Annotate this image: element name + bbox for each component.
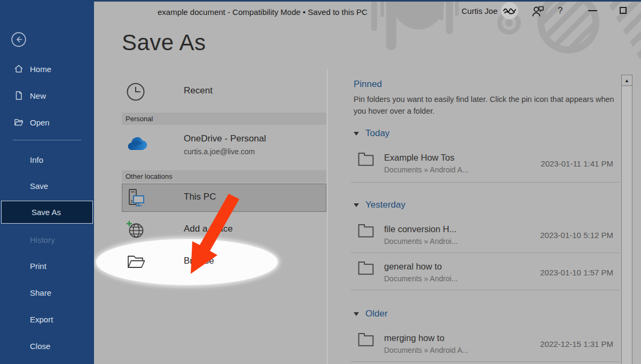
sidebar-item-home[interactable]: Home (0, 60, 94, 78)
sidebar-item-export[interactable]: Export (0, 310, 124, 328)
file-date: 2022-12-15 1:31 PM (489, 339, 613, 349)
sidebar-divider (13, 140, 81, 140)
minimize-icon[interactable] (588, 10, 597, 11)
browse-folder-icon (126, 253, 146, 270)
file-name: file conversion H... (384, 224, 457, 234)
group-label: Yesterday (365, 200, 405, 210)
place-onedrive[interactable]: OneDrive - Personal curtis.a.joe@live.co… (122, 127, 326, 167)
onedrive-cloud-icon (125, 136, 148, 153)
file-date: 2023-01-11 1:41 PM (489, 159, 613, 168)
row-divider (350, 182, 620, 183)
sidebar-item-label: Export (30, 315, 53, 324)
file-path: Documents » Android A... (384, 165, 468, 174)
column-divider (327, 69, 327, 364)
group-label: Today (365, 128, 389, 139)
place-browse[interactable]: Browse (122, 248, 326, 276)
add-place-globe-icon (125, 220, 146, 240)
place-this-pc[interactable]: This PC (122, 184, 326, 212)
sidebar-item-save-as[interactable]: Save As (1, 201, 93, 224)
sidebar-item-label: History (30, 235, 55, 244)
feedback-person-icon[interactable] (531, 4, 545, 18)
sidebar-item-print[interactable]: Print (0, 257, 124, 275)
back-button[interactable] (11, 32, 26, 47)
scroll-up-button[interactable]: ▲ (621, 75, 632, 86)
sidebar-item-label: Open (30, 118, 50, 127)
collapse-triangle-icon (354, 312, 359, 316)
scroll-up-arrow-icon: ▲ (624, 78, 629, 83)
section-header-other-locations: Other locations (122, 170, 326, 183)
row-divider (350, 252, 620, 253)
place-recent[interactable]: Recent (122, 79, 326, 105)
place-this-pc-label: This PC (184, 192, 216, 202)
help-button[interactable]: ? (558, 5, 562, 16)
account-user-name: Curtis Joe (462, 6, 498, 15)
open-folder-icon (14, 117, 24, 127)
window-top-accent (94, 0, 641, 2)
place-onedrive-email: curtis.a.joe@live.com (184, 147, 255, 156)
sidebar-item-label: New (30, 91, 46, 100)
decor-donut-dot (505, 19, 513, 27)
row-divider (350, 361, 620, 362)
folder-icon (357, 223, 375, 238)
decor-blob (393, 0, 444, 29)
group-header-yesterday[interactable]: Yesterday (354, 200, 405, 210)
scrollbar-track[interactable] (621, 75, 632, 364)
file-date: 2023-01-10 1:57 PM (489, 268, 613, 277)
place-add-a-place-label: Add a Place (184, 224, 233, 234)
decor-striped-circle (537, 0, 599, 53)
document-title: example document - Compatibility Mode • … (158, 7, 368, 17)
main-area: example document - Compatibility Mode • … (94, 0, 641, 364)
backstage-sidebar: Home New Open Info Save Save As History (0, 0, 94, 364)
avatar[interactable] (501, 2, 518, 19)
sidebar-item-share[interactable]: Share (0, 283, 124, 302)
file-name: Example How Tos (384, 153, 455, 163)
recent-clock-icon (126, 82, 145, 101)
word-backstage-save-as: example document - Compatibility Mode • … (0, 0, 641, 364)
sidebar-item-new[interactable]: New (0, 86, 94, 105)
sidebar-item-label: Info (30, 155, 43, 164)
sidebar-item-label: Save (30, 181, 48, 191)
folder-icon (357, 260, 375, 275)
sidebar-item-label: Share (30, 288, 51, 297)
home-icon (14, 64, 24, 74)
sidebar-item-label: Save As (32, 208, 61, 217)
new-document-icon (14, 91, 24, 100)
decor-corner-stripes (596, 0, 641, 69)
page-title: Save As (122, 30, 206, 56)
sidebar-item-save[interactable]: Save (0, 177, 124, 195)
sidebar-item-label: Print (30, 262, 46, 271)
decor-bar (380, 0, 384, 17)
sidebar-item-label: Home (30, 65, 51, 74)
file-path: Documents » Android A... (384, 346, 468, 354)
group-label: Older (365, 308, 388, 319)
collapse-triangle-icon (354, 203, 359, 207)
section-header-personal: Personal (122, 113, 326, 125)
group-header-older[interactable]: Older (354, 308, 388, 319)
row-divider (350, 290, 620, 290)
place-add-a-place[interactable]: Add a Place (122, 216, 326, 244)
collapse-triangle-icon (354, 132, 359, 136)
pinned-description: Pin folders you want to easily find late… (354, 94, 621, 117)
group-header-today[interactable]: Today (354, 128, 389, 139)
place-recent-label: Recent (184, 85, 213, 96)
place-browse-label: Browse (184, 256, 214, 266)
folder-icon (357, 151, 375, 167)
maximize-icon[interactable] (620, 7, 627, 14)
this-pc-icon (125, 188, 146, 208)
sidebar-item-history: History (0, 231, 124, 249)
decor-bar (455, 0, 459, 16)
file-name: general how to (384, 262, 442, 272)
pinned-section-title: Pinned (354, 79, 382, 90)
file-path: Documents » Androi... (384, 274, 458, 283)
file-date: 2023-01-10 5:12 PM (489, 231, 613, 240)
folder-icon (357, 331, 375, 347)
sidebar-item-open[interactable]: Open (0, 113, 94, 131)
file-name: merging how to (384, 333, 444, 343)
file-path: Documents » Androi... (384, 237, 458, 246)
avatar-scribble-icon (501, 2, 518, 19)
place-onedrive-label: OneDrive - Personal (184, 133, 266, 144)
sidebar-item-info[interactable]: Info (0, 151, 124, 169)
decor-bar (371, 0, 377, 31)
decor-bar (440, 0, 443, 20)
sidebar-item-close[interactable]: Close (0, 337, 124, 355)
